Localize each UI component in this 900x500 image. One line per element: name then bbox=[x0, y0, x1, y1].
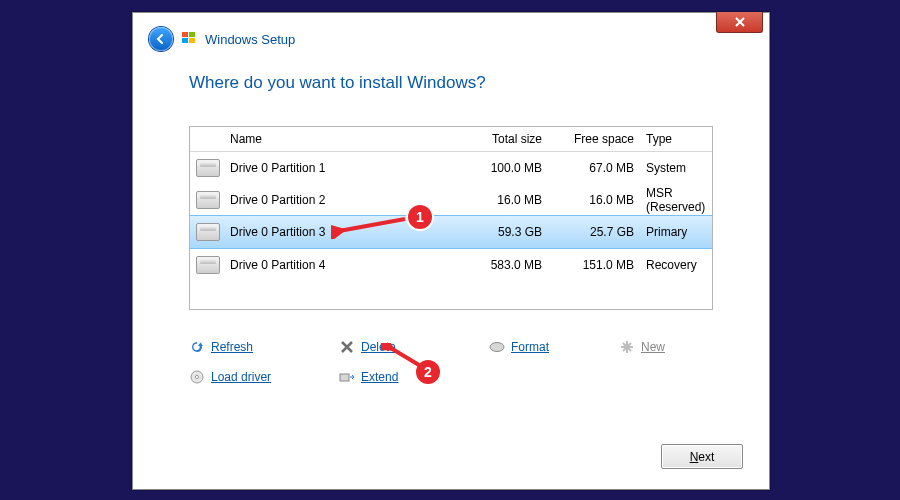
drive-icon bbox=[196, 256, 220, 274]
next-label: Next bbox=[690, 450, 715, 464]
refresh-action[interactable]: Refresh bbox=[189, 339, 339, 355]
drive-actions: Refresh Delete Format New Load driver bbox=[189, 339, 713, 385]
windows-flag-icon bbox=[181, 30, 197, 49]
partition-name: Drive 0 Partition 1 bbox=[224, 161, 454, 175]
partition-type: Primary bbox=[644, 225, 712, 239]
list-header: Name Total size Free space Type bbox=[190, 127, 712, 152]
partition-type: Recovery bbox=[644, 258, 712, 272]
refresh-icon bbox=[189, 339, 205, 355]
svg-rect-2 bbox=[182, 38, 188, 43]
page-heading: Where do you want to install Windows? bbox=[189, 73, 486, 93]
close-icon bbox=[735, 17, 745, 27]
drive-icon bbox=[196, 191, 220, 209]
partition-row[interactable]: Drive 0 Partition 216.0 MB16.0 MBMSR (Re… bbox=[190, 184, 712, 216]
next-button[interactable]: Next bbox=[661, 444, 743, 469]
partition-name: Drive 0 Partition 4 bbox=[224, 258, 454, 272]
partition-total: 16.0 MB bbox=[454, 193, 552, 207]
load-driver-action[interactable]: Load driver bbox=[189, 369, 339, 385]
new-icon bbox=[619, 339, 635, 355]
delete-icon bbox=[339, 339, 355, 355]
partition-total: 100.0 MB bbox=[454, 161, 552, 175]
col-header-free[interactable]: Free space bbox=[552, 132, 644, 146]
svg-rect-3 bbox=[189, 38, 195, 43]
close-button[interactable] bbox=[716, 12, 763, 33]
partition-list: Name Total size Free space Type Drive 0 … bbox=[189, 126, 713, 310]
svg-rect-0 bbox=[182, 32, 188, 37]
svg-rect-7 bbox=[340, 374, 349, 381]
format-action[interactable]: Format bbox=[489, 339, 619, 355]
disc-icon bbox=[189, 369, 205, 385]
col-header-total[interactable]: Total size bbox=[454, 132, 552, 146]
new-label: New bbox=[641, 340, 665, 354]
partition-free: 25.7 GB bbox=[552, 225, 644, 239]
svg-point-6 bbox=[195, 375, 198, 378]
col-header-type[interactable]: Type bbox=[644, 132, 712, 146]
partition-free: 67.0 MB bbox=[552, 161, 644, 175]
drive-icon bbox=[196, 223, 220, 241]
annotation-arrow-1 bbox=[331, 217, 409, 239]
partition-total: 59.3 GB bbox=[454, 225, 552, 239]
annotation-badge-1: 1 bbox=[408, 205, 432, 229]
partition-row[interactable]: Drive 0 Partition 4583.0 MB151.0 MBRecov… bbox=[190, 249, 712, 281]
annotation-arrow-2 bbox=[381, 343, 425, 371]
setup-window: Windows Setup Where do you want to insta… bbox=[132, 12, 770, 490]
partition-row[interactable]: Drive 0 Partition 1100.0 MB67.0 MBSystem bbox=[190, 152, 712, 184]
load-driver-label: Load driver bbox=[211, 370, 271, 384]
partition-type: System bbox=[644, 161, 712, 175]
extend-icon bbox=[339, 369, 355, 385]
new-action: New bbox=[619, 339, 709, 355]
extend-label: Extend bbox=[361, 370, 398, 384]
partition-free: 151.0 MB bbox=[552, 258, 644, 272]
partition-type: MSR (Reserved) bbox=[644, 186, 712, 214]
col-header-name[interactable]: Name bbox=[224, 132, 454, 146]
format-label: Format bbox=[511, 340, 549, 354]
svg-point-4 bbox=[490, 343, 504, 352]
svg-rect-1 bbox=[189, 32, 195, 37]
drive-icon bbox=[196, 159, 220, 177]
titlebar: Windows Setup bbox=[149, 27, 295, 51]
window-title: Windows Setup bbox=[205, 32, 295, 47]
partition-free: 16.0 MB bbox=[552, 193, 644, 207]
partition-total: 583.0 MB bbox=[454, 258, 552, 272]
back-button[interactable] bbox=[149, 27, 173, 51]
partition-row[interactable]: Drive 0 Partition 359.3 GB25.7 GBPrimary bbox=[190, 215, 712, 249]
format-icon bbox=[489, 339, 505, 355]
extend-action[interactable]: Extend bbox=[339, 369, 489, 385]
back-arrow-icon bbox=[155, 33, 167, 45]
refresh-label: Refresh bbox=[211, 340, 253, 354]
